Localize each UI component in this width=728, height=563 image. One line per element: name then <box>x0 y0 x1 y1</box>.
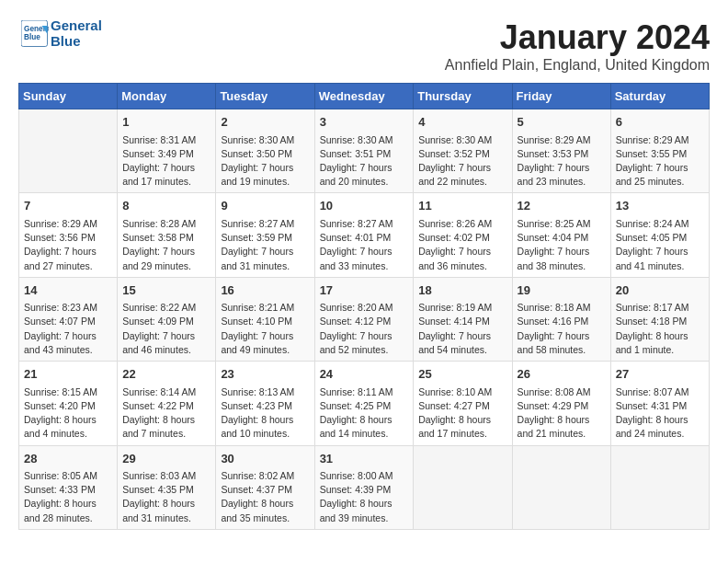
day-info: Sunrise: 8:29 AM Sunset: 3:53 PM Dayligh… <box>518 133 606 190</box>
weekday-header-sunday: Sunday <box>19 84 118 109</box>
day-info: Sunrise: 8:08 AM Sunset: 4:29 PM Dayligh… <box>518 385 606 442</box>
calendar-cell: 15Sunrise: 8:22 AM Sunset: 4:09 PM Dayli… <box>118 277 216 361</box>
calendar-cell: 23Sunrise: 8:13 AM Sunset: 4:23 PM Dayli… <box>216 362 314 445</box>
weekday-header-wednesday: Wednesday <box>314 84 414 109</box>
calendar-cell: 1Sunrise: 8:31 AM Sunset: 3:49 PM Daylig… <box>118 109 216 193</box>
calendar-week-row: 14Sunrise: 8:23 AM Sunset: 4:07 PM Dayli… <box>19 277 710 361</box>
calendar-cell: 31Sunrise: 8:00 AM Sunset: 4:39 PM Dayli… <box>314 445 414 529</box>
calendar-cell: 9Sunrise: 8:27 AM Sunset: 3:59 PM Daylig… <box>216 193 314 277</box>
day-info: Sunrise: 8:25 AM Sunset: 4:04 PM Dayligh… <box>518 217 606 273</box>
calendar-table: SundayMondayTuesdayWednesdayThursdayFrid… <box>18 83 710 530</box>
calendar-cell: 14Sunrise: 8:23 AM Sunset: 4:07 PM Dayli… <box>19 277 118 361</box>
weekday-header-monday: Monday <box>118 84 216 109</box>
day-number: 21 <box>24 365 112 384</box>
day-number: 2 <box>221 113 309 132</box>
calendar-cell: 13Sunrise: 8:24 AM Sunset: 4:05 PM Dayli… <box>610 193 709 277</box>
day-number: 15 <box>122 282 210 300</box>
calendar-cell: 16Sunrise: 8:21 AM Sunset: 4:10 PM Dayli… <box>216 277 314 361</box>
day-number: 10 <box>320 197 409 215</box>
weekday-header-thursday: Thursday <box>414 84 512 109</box>
logo: General Blue General Blue <box>18 18 102 49</box>
calendar-cell: 3Sunrise: 8:30 AM Sunset: 3:51 PM Daylig… <box>314 109 414 193</box>
day-info: Sunrise: 8:15 AM Sunset: 4:20 PM Dayligh… <box>24 385 112 442</box>
day-info: Sunrise: 8:17 AM Sunset: 4:18 PM Dayligh… <box>616 301 704 357</box>
main-title: January 2024 <box>445 18 710 57</box>
day-number: 1 <box>122 113 210 132</box>
day-info: Sunrise: 8:27 AM Sunset: 4:01 PM Dayligh… <box>320 217 409 273</box>
day-number: 17 <box>320 282 409 300</box>
weekday-header-saturday: Saturday <box>610 84 709 109</box>
day-number: 7 <box>24 197 112 215</box>
calendar-cell: 26Sunrise: 8:08 AM Sunset: 4:29 PM Dayli… <box>512 362 610 445</box>
day-info: Sunrise: 8:13 AM Sunset: 4:23 PM Dayligh… <box>221 385 309 442</box>
calendar-week-row: 7Sunrise: 8:29 AM Sunset: 3:56 PM Daylig… <box>19 193 710 277</box>
day-info: Sunrise: 8:22 AM Sunset: 4:09 PM Dayligh… <box>122 301 210 357</box>
calendar-cell: 25Sunrise: 8:10 AM Sunset: 4:27 PM Dayli… <box>414 362 512 445</box>
weekday-header-row: SundayMondayTuesdayWednesdayThursdayFrid… <box>19 84 710 109</box>
calendar-cell: 27Sunrise: 8:07 AM Sunset: 4:31 PM Dayli… <box>610 362 709 445</box>
title-area: January 2024 Annfield Plain, England, Un… <box>445 18 710 74</box>
day-number: 31 <box>320 450 409 468</box>
day-number: 28 <box>24 450 112 468</box>
calendar-cell: 19Sunrise: 8:18 AM Sunset: 4:16 PM Dayli… <box>512 277 610 361</box>
day-number: 27 <box>616 365 704 384</box>
day-info: Sunrise: 8:18 AM Sunset: 4:16 PM Dayligh… <box>518 301 606 357</box>
day-info: Sunrise: 8:07 AM Sunset: 4:31 PM Dayligh… <box>616 385 704 442</box>
day-info: Sunrise: 8:11 AM Sunset: 4:25 PM Dayligh… <box>320 385 409 442</box>
day-info: Sunrise: 8:05 AM Sunset: 4:33 PM Dayligh… <box>24 469 112 525</box>
svg-text:Blue: Blue <box>24 33 40 41</box>
day-info: Sunrise: 8:26 AM Sunset: 4:02 PM Dayligh… <box>418 217 506 273</box>
day-info: Sunrise: 8:00 AM Sunset: 4:39 PM Dayligh… <box>320 469 409 525</box>
calendar-cell <box>414 445 512 529</box>
day-number: 24 <box>320 365 409 384</box>
calendar-cell: 10Sunrise: 8:27 AM Sunset: 4:01 PM Dayli… <box>314 193 414 277</box>
day-info: Sunrise: 8:20 AM Sunset: 4:12 PM Dayligh… <box>320 301 409 357</box>
day-info: Sunrise: 8:02 AM Sunset: 4:37 PM Dayligh… <box>221 469 309 525</box>
day-info: Sunrise: 8:30 AM Sunset: 3:50 PM Dayligh… <box>221 133 309 190</box>
day-info: Sunrise: 8:29 AM Sunset: 3:56 PM Dayligh… <box>24 217 112 273</box>
day-info: Sunrise: 8:29 AM Sunset: 3:55 PM Dayligh… <box>616 133 704 190</box>
day-info: Sunrise: 8:21 AM Sunset: 4:10 PM Dayligh… <box>221 301 309 357</box>
day-number: 19 <box>518 282 606 300</box>
calendar-cell: 18Sunrise: 8:19 AM Sunset: 4:14 PM Dayli… <box>414 277 512 361</box>
calendar-cell: 17Sunrise: 8:20 AM Sunset: 4:12 PM Dayli… <box>314 277 414 361</box>
calendar-cell: 11Sunrise: 8:26 AM Sunset: 4:02 PM Dayli… <box>414 193 512 277</box>
day-info: Sunrise: 8:23 AM Sunset: 4:07 PM Dayligh… <box>24 301 112 357</box>
calendar-cell: 24Sunrise: 8:11 AM Sunset: 4:25 PM Dayli… <box>314 362 414 445</box>
calendar-cell: 30Sunrise: 8:02 AM Sunset: 4:37 PM Dayli… <box>216 445 314 529</box>
calendar-cell: 29Sunrise: 8:03 AM Sunset: 4:35 PM Dayli… <box>118 445 216 529</box>
calendar-cell: 22Sunrise: 8:14 AM Sunset: 4:22 PM Dayli… <box>118 362 216 445</box>
day-number: 14 <box>24 282 112 300</box>
day-number: 29 <box>122 450 210 468</box>
day-number: 18 <box>418 282 506 300</box>
calendar-cell: 4Sunrise: 8:30 AM Sunset: 3:52 PM Daylig… <box>414 109 512 193</box>
day-info: Sunrise: 8:14 AM Sunset: 4:22 PM Dayligh… <box>122 385 210 442</box>
calendar-cell <box>512 445 610 529</box>
calendar-cell: 2Sunrise: 8:30 AM Sunset: 3:50 PM Daylig… <box>216 109 314 193</box>
calendar-week-row: 1Sunrise: 8:31 AM Sunset: 3:49 PM Daylig… <box>19 109 710 193</box>
calendar-week-row: 21Sunrise: 8:15 AM Sunset: 4:20 PM Dayli… <box>19 362 710 445</box>
day-number: 3 <box>320 113 409 132</box>
day-number: 9 <box>221 197 309 215</box>
day-number: 5 <box>518 113 606 132</box>
day-number: 12 <box>518 197 606 215</box>
calendar-cell <box>19 109 118 193</box>
calendar-cell: 12Sunrise: 8:25 AM Sunset: 4:04 PM Dayli… <box>512 193 610 277</box>
calendar-week-row: 28Sunrise: 8:05 AM Sunset: 4:33 PM Dayli… <box>19 445 710 529</box>
day-number: 25 <box>418 365 506 384</box>
calendar-cell: 6Sunrise: 8:29 AM Sunset: 3:55 PM Daylig… <box>610 109 709 193</box>
day-info: Sunrise: 8:31 AM Sunset: 3:49 PM Dayligh… <box>122 133 210 190</box>
day-number: 30 <box>221 450 309 468</box>
day-info: Sunrise: 8:03 AM Sunset: 4:35 PM Dayligh… <box>122 469 210 525</box>
calendar-cell: 7Sunrise: 8:29 AM Sunset: 3:56 PM Daylig… <box>19 193 118 277</box>
day-number: 26 <box>518 365 606 384</box>
day-number: 11 <box>418 197 506 215</box>
calendar-cell: 20Sunrise: 8:17 AM Sunset: 4:18 PM Dayli… <box>610 277 709 361</box>
day-number: 8 <box>122 197 210 215</box>
day-info: Sunrise: 8:10 AM Sunset: 4:27 PM Dayligh… <box>418 385 506 442</box>
page-header: General Blue General Blue January 2024 A… <box>18 18 710 74</box>
calendar-cell: 8Sunrise: 8:28 AM Sunset: 3:58 PM Daylig… <box>118 193 216 277</box>
day-number: 6 <box>616 113 704 132</box>
weekday-header-friday: Friday <box>512 84 610 109</box>
calendar-cell: 5Sunrise: 8:29 AM Sunset: 3:53 PM Daylig… <box>512 109 610 193</box>
